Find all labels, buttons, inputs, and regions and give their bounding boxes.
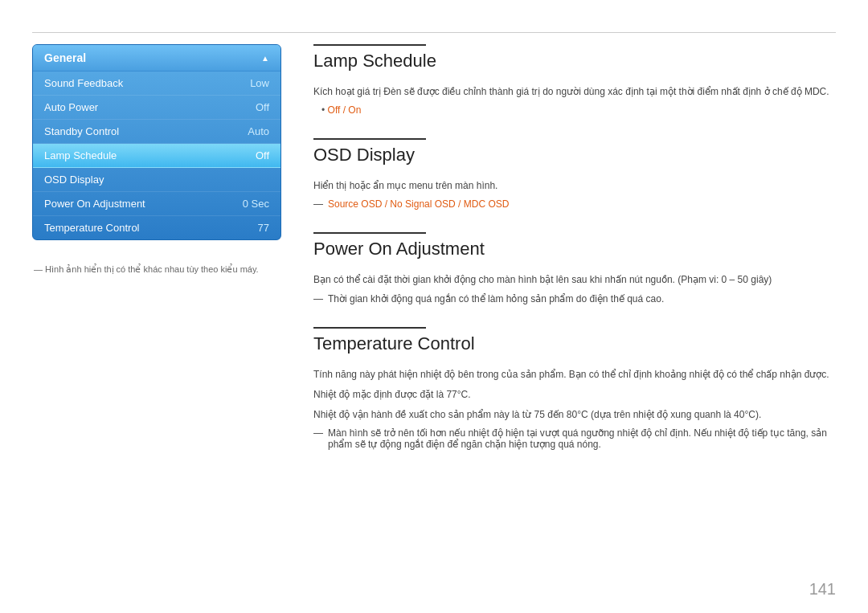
section-title-osd-display: OSD Display (313, 145, 836, 170)
menu-item-label: Standby Control (44, 125, 119, 137)
section-divider (313, 232, 426, 234)
menu-header: General ▲ (33, 45, 280, 72)
page-number: 141 (809, 580, 836, 599)
menu-item-label: Auto Power (44, 101, 98, 113)
menu-item-value: Off (256, 149, 269, 161)
section-divider (313, 327, 426, 329)
section-divider (313, 138, 426, 140)
top-divider (32, 32, 836, 33)
sections-container: Lamp ScheduleKích hoạt giá trị Đèn sẽ đư… (313, 44, 836, 450)
left-menu-panel: General ▲ Sound FeedbackLowAuto PowerOff… (32, 44, 281, 275)
section-title-temperature-control: Temperature Control (313, 333, 836, 359)
menu-item-value: Auto (248, 125, 269, 137)
section-title-lamp-schedule: Lamp Schedule (313, 51, 836, 76)
section-divider (313, 44, 426, 46)
menu-item-power-on-adjustment[interactable]: Power On Adjustment0 Sec (33, 192, 280, 216)
section-paragraph: Hiển thị hoặc ẩn mục menu trên màn hình. (313, 178, 836, 194)
section-osd-display: OSD DisplayHiển thị hoặc ẩn mục menu trê… (313, 138, 836, 210)
right-content: Lamp ScheduleKích hoạt giá trị Đèn sẽ đư… (313, 44, 836, 472)
menu-items-container: Sound FeedbackLowAuto PowerOffStandby Co… (33, 72, 280, 239)
menu-box: General ▲ Sound FeedbackLowAuto PowerOff… (32, 44, 281, 240)
bullet-item: Off / On (321, 104, 836, 116)
section-temperature-control: Temperature ControlTính năng này phát hi… (313, 327, 836, 451)
panel-footnote: Hình ảnh hiển thị có thể khác nhau tùy t… (32, 264, 281, 275)
menu-item-value: 0 Sec (243, 198, 269, 210)
section-power-on-adjustment: Power On AdjustmentBạn có thể cài đặt th… (313, 232, 836, 304)
section-lamp-schedule: Lamp ScheduleKích hoạt giá trị Đèn sẽ đư… (313, 44, 836, 116)
menu-item-value: Off (256, 101, 269, 113)
menu-item-label: Temperature Control (44, 222, 140, 234)
menu-header-label: General (44, 51, 86, 64)
menu-item-value: Low (250, 77, 269, 89)
section-paragraph: Bạn có thể cài đặt thời gian khởi động c… (313, 272, 836, 288)
menu-item-temperature-control[interactable]: Temperature Control77 (33, 216, 280, 239)
menu-item-value: 77 (258, 222, 269, 234)
dash-item: Màn hình sẽ trở nên tối hơn nếu nhiệt độ… (313, 427, 836, 450)
dash-item: Source OSD / No Signal OSD / MDC OSD (313, 198, 836, 210)
section-paragraph: Tính năng này phát hiện nhiệt độ bên tro… (313, 367, 836, 382)
menu-header-arrow: ▲ (261, 54, 269, 63)
menu-item-auto-power[interactable]: Auto PowerOff (33, 96, 280, 120)
section-paragraph: Nhiệt độ vận hành đề xuất cho sản phẩm n… (313, 407, 836, 423)
dash-item: Thời gian khởi động quá ngắn có thể làm … (313, 293, 836, 304)
menu-item-label: Lamp Schedule (44, 149, 117, 161)
menu-item-label: Sound Feedback (44, 77, 123, 89)
menu-item-osd-display[interactable]: OSD Display (33, 168, 280, 192)
menu-item-lamp-schedule[interactable]: Lamp ScheduleOff (33, 144, 280, 168)
menu-item-sound-feedback[interactable]: Sound FeedbackLow (33, 72, 280, 96)
section-paragraph: Kích hoạt giá trị Đèn sẽ được điều chỉnh… (313, 84, 836, 100)
menu-item-label: OSD Display (44, 174, 104, 186)
section-title-power-on-adjustment: Power On Adjustment (313, 239, 836, 264)
menu-item-label: Power On Adjustment (44, 198, 145, 210)
menu-item-standby-control[interactable]: Standby ControlAuto (33, 120, 280, 144)
section-paragraph: Nhiệt độ mặc định được đặt là 77°C. (313, 387, 836, 403)
